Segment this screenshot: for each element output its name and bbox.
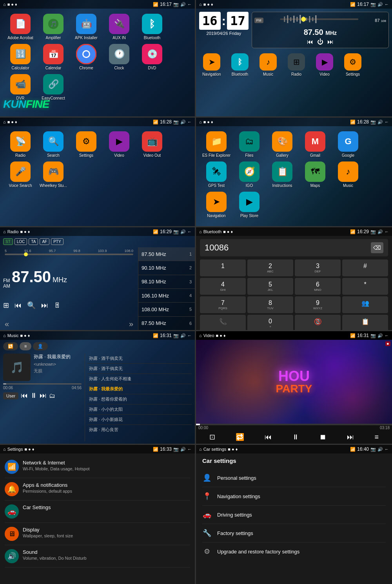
app-settings-home[interactable]: ⚙ Settings <box>341 53 365 76</box>
settings-item-car[interactable]: 🚗 Car Settings <box>5 501 190 523</box>
app-radio[interactable]: 📡 Radio <box>5 131 36 158</box>
settings-item-sound[interactable]: 🔊 Sound Volume, vibration, Do Not Distur… <box>5 545 190 568</box>
video-list-btn[interactable]: ≡ <box>374 433 379 441</box>
video-stop-btn[interactable]: ⏹ <box>319 433 327 441</box>
playlist-item-3[interactable]: 孙露 · 我最亲爱的 <box>87 384 192 394</box>
music-tab-user[interactable]: 👤 <box>33 342 48 350</box>
radio-next[interactable]: ⏭ <box>327 38 334 45</box>
back-btn-2[interactable]: ← <box>385 2 389 7</box>
key-2[interactable]: 2ABC <box>247 259 293 276</box>
key-1[interactable]: 1 <box>200 259 246 276</box>
app-bluetooth-1[interactable]: ᛒ Bluetooth <box>136 14 168 40</box>
mode-st[interactable]: ST <box>3 238 13 245</box>
app-radio-home[interactable]: ⊞ Radio <box>285 53 308 76</box>
page-next[interactable]: » <box>129 319 133 328</box>
app-music[interactable]: ♪ Music <box>256 53 280 76</box>
app-clock[interactable]: 🕐 Clock <box>103 44 135 70</box>
freq-preset-5[interactable]: 108.00 MHz 5 <box>138 303 195 316</box>
car-item-personal[interactable]: 👤 Personal settings <box>202 469 386 487</box>
bt-backspace-btn[interactable]: ⌫ <box>371 242 383 253</box>
key-contacts[interactable]: 👥 <box>342 296 388 313</box>
playlist-item-4[interactable]: 孙露 · 想着你爱着的 <box>87 394 192 404</box>
app-search[interactable]: 🔍 Search <box>38 131 69 158</box>
music-list-btn[interactable]: 🗂 <box>49 392 55 399</box>
app-video[interactable]: ▶ Video <box>103 131 135 158</box>
key-8[interactable]: 8TUV <box>247 296 293 313</box>
key-call[interactable]: 📞 <box>200 315 246 330</box>
key-log[interactable]: 📋 <box>342 315 388 330</box>
back-btn-1[interactable]: ← <box>187 2 192 7</box>
key-5[interactable]: 5JKL <box>247 278 293 295</box>
radio-keypad-btn[interactable]: ⊞ <box>3 301 9 310</box>
home-icon[interactable]: ⌂ <box>3 2 6 7</box>
app-navigation[interactable]: ➤ Navigation <box>201 192 232 218</box>
app-chrome[interactable]: Chrome <box>71 44 102 70</box>
app-voice-search[interactable]: 🎤 Voice Search <box>5 161 36 188</box>
freq-preset-6[interactable]: 87.50 MHz 6 <box>138 317 195 330</box>
app-es-file[interactable]: 📁 ES File Explorer <box>201 131 232 158</box>
app-gallery[interactable]: 🎨 Gallery <box>267 131 298 158</box>
app-adobe[interactable]: 📄 Adobe Acrobat <box>5 14 36 40</box>
app-easyconnect[interactable]: 🔗 EasyConnect <box>38 74 69 100</box>
app-music2[interactable]: ♪ Music <box>332 161 364 188</box>
radio-prev[interactable]: ⏮ <box>307 38 313 45</box>
app-files[interactable]: 🗂 Files <box>234 131 265 158</box>
music-tab-list[interactable]: ≡ <box>20 342 31 350</box>
video-next-btn[interactable]: ⏭ <box>347 433 354 441</box>
app-gmail[interactable]: M Gmail <box>299 131 331 158</box>
key-star[interactable]: * <box>342 278 388 295</box>
key-0[interactable]: 0+ <box>247 315 293 330</box>
freq-preset-3[interactable]: 98.10 MHz 3 <box>138 275 195 289</box>
video-play-btn[interactable]: ⏸ <box>292 433 299 441</box>
mode-ta[interactable]: TA <box>29 238 38 245</box>
key-7[interactable]: 7PQRS <box>200 296 246 313</box>
key-3[interactable]: 3DEF <box>295 259 341 276</box>
music-prev-btn[interactable]: ⏮ <box>21 392 28 400</box>
music-next-btn[interactable]: ⏭ <box>40 392 47 400</box>
freq-preset-1[interactable]: 87.50 MHz 1 <box>138 247 195 261</box>
radio-next-btn[interactable]: ⏭ <box>41 301 48 310</box>
page-prev[interactable]: « <box>5 319 9 328</box>
playlist-item-0[interactable]: 孙露 · 酒干倘卖无 <box>87 354 192 364</box>
app-amplifier[interactable]: 🎵 Amplifier <box>38 14 69 40</box>
app-bt[interactable]: ᛒ Bluetooth <box>228 53 252 76</box>
app-gps[interactable]: 🛰 GPS Test <box>201 161 232 188</box>
video-prev-btn[interactable]: ⏮ <box>265 433 272 441</box>
app-igo[interactable]: 🧭 IGO <box>234 161 265 188</box>
playlist-item-2[interactable]: 孙露 · 人生何处不相逢 <box>87 374 192 384</box>
video-subtitle-btn[interactable]: ⊡ <box>209 433 215 441</box>
app-apk[interactable]: 🤖 APK Installer <box>71 14 102 40</box>
key-hash[interactable]: # <box>342 259 388 276</box>
app-calendar[interactable]: 📅 Calendar <box>38 44 69 70</box>
mode-af[interactable]: AF <box>40 238 49 245</box>
app-google[interactable]: G Google <box>332 131 364 158</box>
settings-item-apps[interactable]: 🔔 Apps & notifications Permissions, defa… <box>5 478 190 501</box>
radio-eq-btn[interactable]: 🎚 <box>54 301 61 310</box>
music-tab-repeat[interactable]: 🔁 <box>3 342 18 350</box>
playlist-item-1[interactable]: 孙露 · 酒干倘卖无 <box>87 364 192 374</box>
app-play-store[interactable]: ▶ Play Store <box>234 192 265 218</box>
app-nav[interactable]: ➤ Navigation <box>200 53 223 76</box>
mode-pty[interactable]: PTY <box>51 238 63 245</box>
car-item-upgrade[interactable]: ⚙ Upgrade and restore factory settings <box>202 542 386 560</box>
radio-search-btn[interactable]: 🔍 <box>27 301 36 310</box>
radio-power[interactable]: ⏻ <box>317 38 323 45</box>
app-video-out[interactable]: 📺 Video Out <box>136 131 168 158</box>
app-wheelkey[interactable]: 🎮 Wheelkey Stu... <box>38 161 69 188</box>
home-icon-2[interactable]: ⌂ <box>199 2 202 7</box>
car-item-factory[interactable]: 🔧 Factory settings <box>202 524 386 542</box>
key-4[interactable]: 4GHI <box>200 278 246 295</box>
freq-preset-2[interactable]: 90.10 MHz 2 <box>138 261 195 275</box>
app-video-home[interactable]: ▶ Video <box>313 53 336 76</box>
settings-item-network[interactable]: 📶 Network & Internet Wi-Fi, Mobile, Data… <box>5 456 190 478</box>
user-btn[interactable]: User <box>3 392 18 399</box>
key-end[interactable]: 📵 <box>295 315 341 330</box>
app-instructions[interactable]: 📋 Instructions <box>267 161 298 188</box>
video-repeat-btn[interactable]: 🔁 <box>236 433 244 441</box>
app-maps[interactable]: 🗺 Maps <box>299 161 331 188</box>
playlist-item-7[interactable]: 孙露 · 用心良苦 <box>87 425 192 435</box>
music-pause-btn[interactable]: ⏸ <box>30 392 37 400</box>
playlist-item-6[interactable]: 孙露 · 小小新娘花 <box>87 415 192 425</box>
car-item-nav[interactable]: 📍 Navigation settings <box>202 487 386 506</box>
car-item-driving[interactable]: 🚗 Driving settings <box>202 506 386 524</box>
